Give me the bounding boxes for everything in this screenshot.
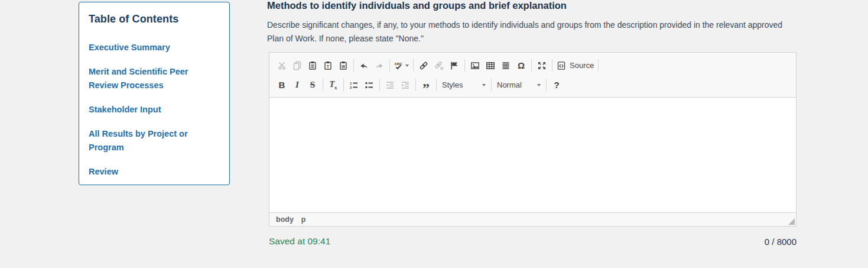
toc-link-all-results[interactable]: All Results by Project or Program (89, 127, 220, 154)
resize-handle-icon[interactable] (788, 218, 795, 225)
question-mark-icon: ? (554, 80, 559, 90)
paste-from-word-button[interactable]: W (336, 58, 351, 73)
element-path-p[interactable]: p (301, 215, 306, 224)
toolbar-separator (436, 79, 437, 91)
spell-check-icon: ABC (394, 61, 404, 70)
horizontal-line-button[interactable] (498, 58, 513, 73)
table-icon (486, 61, 495, 70)
unlink-icon (434, 61, 444, 70)
undo-button[interactable] (356, 58, 372, 73)
toc-link-executive-summary[interactable]: Executive Summary (89, 41, 220, 54)
decrease-indent-button[interactable] (382, 78, 398, 92)
flag-icon (450, 61, 459, 70)
chevron-down-icon (482, 84, 486, 86)
toc-link-merit-scientific-peer-review[interactable]: Merit and Scientific Peer Review Process… (89, 65, 220, 92)
question-block: Methods to identify individuals and grou… (267, 0, 799, 46)
styles-dropdown-label: Styles (442, 80, 463, 89)
scissors-icon (277, 61, 287, 70)
blockquote-icon: ” (422, 79, 430, 91)
svg-text:W: W (342, 64, 346, 69)
toc-link-stakeholder-input[interactable]: Stakeholder Input (89, 103, 220, 117)
paragraph-format-dropdown[interactable]: Normal (494, 78, 544, 92)
paste-plain-text-button[interactable]: T (320, 58, 336, 73)
redo-icon (375, 61, 384, 70)
insert-table-button[interactable] (483, 58, 498, 73)
svg-text:1: 1 (350, 82, 352, 85)
link-icon (419, 61, 428, 70)
paste-button[interactable] (305, 58, 320, 73)
numbered-list-icon: 12 (349, 80, 359, 90)
redo-button[interactable] (372, 58, 387, 73)
toolbar-separator (598, 59, 599, 72)
toolbar-separator (552, 59, 552, 72)
outdent-icon (385, 80, 395, 90)
toolbar-separator (491, 79, 492, 91)
bold-button[interactable]: B (274, 78, 290, 92)
status-row: Saved at 09:41 0 / 8000 (269, 236, 797, 247)
source-icon (557, 61, 566, 70)
italic-icon: I (295, 80, 299, 90)
paste-text-icon: T (323, 61, 333, 70)
toolbar-separator (415, 79, 416, 91)
toolbar-separator (546, 79, 547, 91)
link-button[interactable] (416, 58, 431, 73)
omega-icon: Ω (518, 60, 525, 70)
format-dropdown-label: Normal (497, 80, 522, 89)
strikethrough-icon: S (310, 80, 315, 90)
toolbar-separator (389, 59, 390, 72)
table-of-contents: Table of Contents Executive Summary Meri… (79, 2, 230, 185)
toc-link-review[interactable]: Review (89, 165, 220, 179)
unlink-button[interactable] (431, 58, 447, 73)
paste-word-icon: W (339, 61, 348, 70)
remove-format-icon: Tx (329, 80, 337, 91)
toolbar-row-1: T W ABC (274, 56, 791, 75)
anchor-button[interactable] (447, 58, 462, 73)
maximize-icon (537, 61, 547, 70)
undo-icon (359, 61, 369, 70)
insert-image-button[interactable] (467, 58, 483, 73)
source-label: Source (570, 61, 594, 70)
bulleted-list-icon (365, 80, 374, 90)
image-icon (470, 61, 480, 70)
question-heading: Methods to identify individuals and grou… (267, 0, 799, 11)
copy-button[interactable] (290, 58, 305, 73)
character-counter: 0 / 8000 (765, 237, 797, 247)
spell-check-button[interactable]: ABC (392, 58, 411, 73)
toc-title: Table of Contents (89, 13, 220, 25)
svg-text:ABC: ABC (395, 61, 403, 65)
toolbar-separator (343, 79, 344, 91)
horizontal-lines-icon (501, 61, 511, 70)
toolbar-separator (413, 59, 414, 72)
bold-icon: B (279, 80, 285, 90)
italic-button[interactable]: I (290, 78, 305, 92)
strikethrough-button[interactable]: S (305, 78, 320, 92)
editor-element-path-bar: body p (269, 212, 796, 226)
styles-dropdown[interactable]: Styles (439, 78, 489, 92)
about-help-button[interactable]: ? (549, 78, 564, 92)
question-description: Describe significant changes, if any, to… (267, 18, 799, 46)
bulleted-list-button[interactable] (362, 78, 377, 92)
toolbar-separator (464, 59, 465, 72)
toolbar-separator (379, 79, 380, 91)
increase-indent-button[interactable] (398, 78, 413, 92)
toolbar-separator (323, 79, 323, 91)
numbered-list-button[interactable]: 12 (346, 78, 362, 92)
toolbar-row-2: B I S Tx 12 (274, 75, 791, 95)
chevron-down-icon (537, 84, 541, 86)
rich-text-editor: T W ABC (269, 52, 797, 227)
svg-text:2: 2 (350, 86, 352, 89)
cut-button[interactable] (274, 58, 290, 73)
blockquote-button[interactable]: ” (418, 78, 434, 92)
remove-format-button[interactable]: Tx (326, 78, 341, 92)
editor-content-area[interactable] (269, 98, 796, 212)
toolbar-separator (353, 59, 354, 72)
element-path-body[interactable]: body (276, 215, 294, 224)
source-button[interactable]: Source (555, 58, 596, 73)
chevron-down-icon (405, 64, 409, 67)
editor-toolbar: T W ABC (269, 53, 796, 98)
maximize-button[interactable] (534, 58, 550, 73)
special-character-button[interactable]: Ω (513, 58, 529, 73)
paste-icon (308, 61, 317, 70)
saved-status: Saved at 09:41 (269, 236, 330, 247)
indent-icon (401, 80, 410, 90)
